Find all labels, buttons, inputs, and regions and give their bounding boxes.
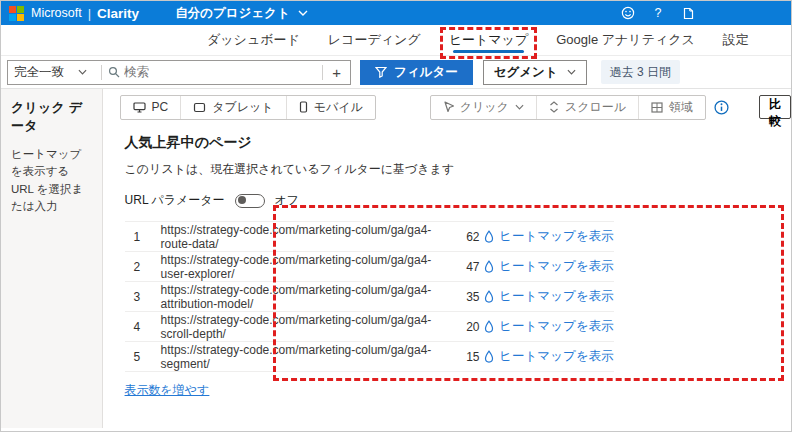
search-input[interactable] bbox=[124, 65, 316, 79]
device-tablet-label: タブレット bbox=[212, 99, 273, 116]
show-heatmap-label: ヒートマップを表示 bbox=[499, 348, 613, 365]
row-url[interactable]: https://strategy-code.com/marketing-colu… bbox=[161, 283, 450, 311]
row-url[interactable]: https://strategy-code.com/marketing-colu… bbox=[161, 253, 450, 281]
popular-pages-section: 人気上昇中のページ このリストは、現在選択されているフィルターに基づきます UR… bbox=[103, 120, 791, 399]
active-tab-underline bbox=[453, 50, 525, 53]
show-more-link[interactable]: 表示数を増やす bbox=[125, 382, 210, 399]
match-type-value: 完全一致 bbox=[14, 64, 64, 81]
show-heatmap-label: ヒートマップを表示 bbox=[499, 288, 613, 305]
device-tablet-button[interactable]: タブレット bbox=[180, 96, 285, 119]
info-icon[interactable] bbox=[714, 100, 729, 115]
click-data-sidebar: クリック データ ヒートマップを表示する URL を選択または入力 bbox=[1, 89, 103, 428]
segment-button[interactable]: セグメント bbox=[483, 60, 587, 85]
funnel-icon bbox=[375, 66, 387, 78]
show-heatmap-link[interactable]: ヒートマップを表示 bbox=[480, 258, 614, 275]
main-panel: PC タブレット モバイル クリック bbox=[103, 89, 791, 428]
section-subtitle: このリストは、現在選択されているフィルターに基づきます bbox=[125, 161, 781, 178]
tab-google-analytics[interactable]: Google アナリティクス bbox=[556, 25, 695, 55]
tab-settings-label: 設定 bbox=[723, 31, 749, 49]
show-heatmap-label: ヒートマップを表示 bbox=[499, 318, 613, 335]
tab-recordings-label: レコーディング bbox=[328, 31, 421, 49]
segment-button-label: セグメント bbox=[494, 64, 558, 81]
popular-pages-table: 1 https://strategy-code.com/marketing-co… bbox=[125, 221, 614, 372]
top-bar: Microsoft | Clarity 自分のプロジェクト ? bbox=[1, 1, 791, 25]
tab-dashboard[interactable]: ダッシュボード bbox=[207, 25, 300, 55]
show-heatmap-label: ヒートマップを表示 bbox=[499, 258, 613, 275]
divider bbox=[101, 65, 102, 80]
row-index: 1 bbox=[125, 230, 161, 244]
microsoft-logo-icon bbox=[9, 6, 24, 21]
droplet-icon bbox=[484, 350, 494, 363]
url-search-box: 完全一致 + bbox=[7, 60, 351, 85]
mode-region-button[interactable]: 領域 bbox=[638, 96, 705, 119]
brand-separator: | bbox=[88, 6, 91, 21]
mode-button-group: クリック スクロール 領域 bbox=[430, 95, 706, 120]
url-parameter-toggle[interactable] bbox=[235, 194, 265, 208]
cursor-icon bbox=[443, 101, 454, 113]
row-index: 2 bbox=[125, 260, 161, 274]
tab-heatmaps[interactable]: ヒートマップ bbox=[449, 25, 529, 55]
mode-scroll-label: スクロール bbox=[565, 99, 626, 116]
table-row: 2 https://strategy-code.com/marketing-co… bbox=[125, 252, 614, 282]
row-url[interactable]: https://strategy-code.com/marketing-colu… bbox=[161, 313, 450, 341]
droplet-icon bbox=[484, 230, 494, 243]
document-icon[interactable] bbox=[673, 1, 703, 25]
row-index: 5 bbox=[125, 350, 161, 364]
device-pc-label: PC bbox=[152, 100, 169, 114]
droplet-icon bbox=[484, 260, 494, 273]
url-parameter-row: URL パラメーター オフ bbox=[125, 192, 781, 209]
chevron-down-icon bbox=[78, 69, 87, 75]
table-row: 4 https://strategy-code.com/marketing-co… bbox=[125, 312, 614, 342]
chevron-down-icon bbox=[298, 10, 308, 16]
device-pc-button[interactable]: PC bbox=[121, 96, 181, 119]
tab-settings[interactable]: 設定 bbox=[723, 25, 749, 55]
device-button-group: PC タブレット モバイル bbox=[120, 95, 376, 120]
mode-click-label: クリック bbox=[460, 99, 509, 116]
feedback-smiley-icon[interactable] bbox=[613, 1, 643, 25]
row-index: 4 bbox=[125, 320, 161, 334]
help-icon-glyph: ? bbox=[655, 6, 662, 20]
row-count: 20 bbox=[450, 320, 480, 334]
row-count: 47 bbox=[450, 260, 480, 274]
row-count: 15 bbox=[450, 350, 480, 364]
show-heatmap-link[interactable]: ヒートマップを表示 bbox=[480, 288, 614, 305]
add-filter-button[interactable]: + bbox=[329, 65, 344, 80]
section-title: 人気上昇中のページ bbox=[125, 134, 781, 152]
droplet-icon bbox=[484, 290, 494, 303]
help-icon[interactable]: ? bbox=[643, 1, 673, 25]
mode-scroll-button[interactable]: スクロール bbox=[536, 96, 638, 119]
table-row: 3 https://strategy-code.com/marketing-co… bbox=[125, 282, 614, 312]
row-index: 3 bbox=[125, 290, 161, 304]
tab-recordings[interactable]: レコーディング bbox=[328, 25, 421, 55]
page-body: クリック データ ヒートマップを表示する URL を選択または入力 PC タブレ… bbox=[1, 89, 791, 428]
show-heatmap-link[interactable]: ヒートマップを表示 bbox=[480, 348, 614, 365]
row-count: 62 bbox=[450, 230, 480, 244]
date-range-chip[interactable]: 過去 3 日間 bbox=[601, 60, 680, 84]
row-url[interactable]: https://strategy-code.com/marketing-colu… bbox=[161, 223, 450, 251]
mode-click-button[interactable]: クリック bbox=[431, 96, 536, 119]
filter-button-label: フィルター bbox=[394, 64, 458, 81]
chevron-down-icon bbox=[515, 104, 524, 110]
tab-heatmaps-label: ヒートマップ bbox=[449, 31, 529, 49]
heatmap-toolbar: PC タブレット モバイル クリック bbox=[103, 89, 791, 120]
divider bbox=[322, 65, 323, 80]
scroll-icon bbox=[549, 101, 559, 113]
show-heatmap-link[interactable]: ヒートマップを表示 bbox=[480, 318, 614, 335]
sidebar-subtitle: ヒートマップを表示する URL を選択または入力 bbox=[11, 146, 92, 215]
filter-button[interactable]: フィルター bbox=[360, 60, 473, 85]
search-icon bbox=[108, 66, 120, 78]
row-url[interactable]: https://strategy-code.com/marketing-colu… bbox=[161, 343, 450, 371]
clarity-app-window: Microsoft | Clarity 自分のプロジェクト ? ダッシュボード … bbox=[0, 0, 792, 432]
droplet-icon bbox=[484, 320, 494, 333]
match-type-select[interactable]: 完全一致 bbox=[14, 64, 95, 81]
tab-dashboard-label: ダッシュボード bbox=[207, 31, 300, 49]
compare-button[interactable]: 比較 bbox=[759, 95, 791, 119]
tablet-icon bbox=[193, 102, 206, 113]
url-parameter-label: URL パラメーター bbox=[125, 192, 225, 209]
show-heatmap-link[interactable]: ヒートマップを表示 bbox=[480, 228, 614, 245]
device-mobile-button[interactable]: モバイル bbox=[286, 96, 375, 119]
main-nav-tabs: ダッシュボード レコーディング ヒートマップ Google アナリティクス 設定 bbox=[1, 25, 791, 56]
toggle-knob bbox=[238, 196, 246, 204]
project-selector[interactable]: 自分のプロジェクト bbox=[175, 5, 308, 22]
url-parameter-state: オフ bbox=[275, 192, 300, 209]
